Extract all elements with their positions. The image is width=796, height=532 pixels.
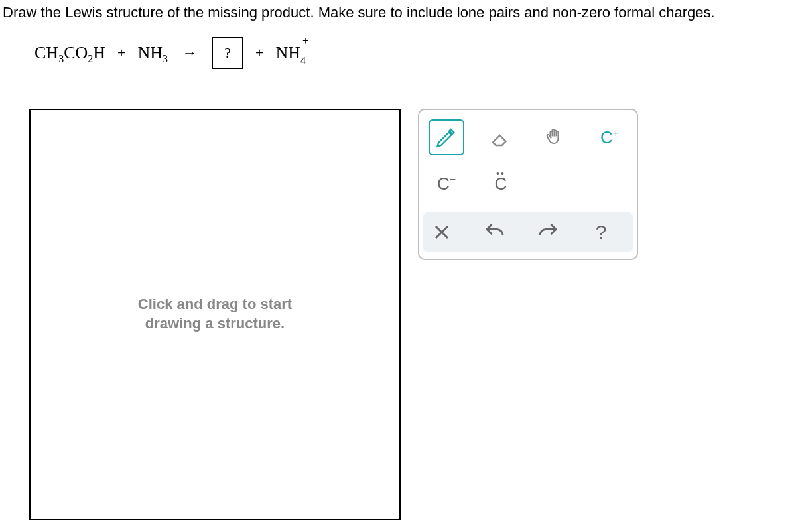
help-icon: ? <box>596 221 607 243</box>
eq-text: NH <box>275 43 300 62</box>
eq-text: H <box>93 43 105 62</box>
hint-line: drawing a structure. <box>138 314 292 334</box>
grab-tool[interactable] <box>537 119 573 155</box>
cation-tool[interactable]: C+ <box>592 119 628 155</box>
drawing-toolbar: C+ C− •• C ? <box>418 109 638 260</box>
eq-text: CO <box>64 43 88 62</box>
clear-button[interactable] <box>429 219 455 245</box>
reaction-arrow: → <box>180 44 200 62</box>
eraser-tool[interactable] <box>483 119 519 155</box>
hand-icon <box>543 125 567 149</box>
undo-icon <box>483 220 507 244</box>
c-plus-label: C+ <box>600 127 619 148</box>
lone-pair-tool[interactable]: •• C <box>483 166 519 202</box>
eraser-icon <box>489 125 513 149</box>
product2: NH+4 <box>275 43 300 63</box>
question-text: Draw the Lewis structure of the missing … <box>0 0 796 21</box>
hint-line: Click and drag to start <box>138 295 292 314</box>
redo-button[interactable] <box>535 219 561 245</box>
anion-tool[interactable]: C− <box>429 166 464 202</box>
c-minus-label: C− <box>437 174 456 194</box>
eq-sub: 4 <box>300 55 306 67</box>
pencil-tool[interactable] <box>429 119 464 155</box>
pencil-icon <box>434 125 458 149</box>
eq-sub: 3 <box>58 53 64 64</box>
tool-row-1: C+ <box>429 119 628 155</box>
canvas-hint: Click and drag to start drawing a struct… <box>138 295 292 333</box>
eq-charge: + <box>302 35 308 47</box>
reactant2: NH3 <box>137 43 168 63</box>
action-row: ? <box>423 212 633 252</box>
eq-text: CH <box>34 43 58 62</box>
reaction-equation: CH3CO2H + NH3 → ? + NH+4 <box>34 37 300 69</box>
plus-sign: + <box>255 44 263 62</box>
missing-product-box: ? <box>212 37 243 69</box>
eq-sub: 2 <box>88 53 93 64</box>
help-button[interactable]: ? <box>588 219 614 245</box>
eq-text: NH <box>137 43 163 62</box>
lone-pair-dots-icon: •• <box>496 168 505 179</box>
plus-sign: + <box>117 44 125 62</box>
c-lone-label: •• C <box>495 174 507 194</box>
tool-row-2: C− •• C <box>429 166 628 202</box>
reactant1: CH3CO2H <box>34 43 105 63</box>
drawing-canvas[interactable]: Click and drag to start drawing a struct… <box>29 109 401 520</box>
close-icon <box>430 220 454 244</box>
undo-button[interactable] <box>482 219 508 245</box>
eq-sub: 3 <box>163 53 168 64</box>
redo-icon <box>536 220 560 244</box>
